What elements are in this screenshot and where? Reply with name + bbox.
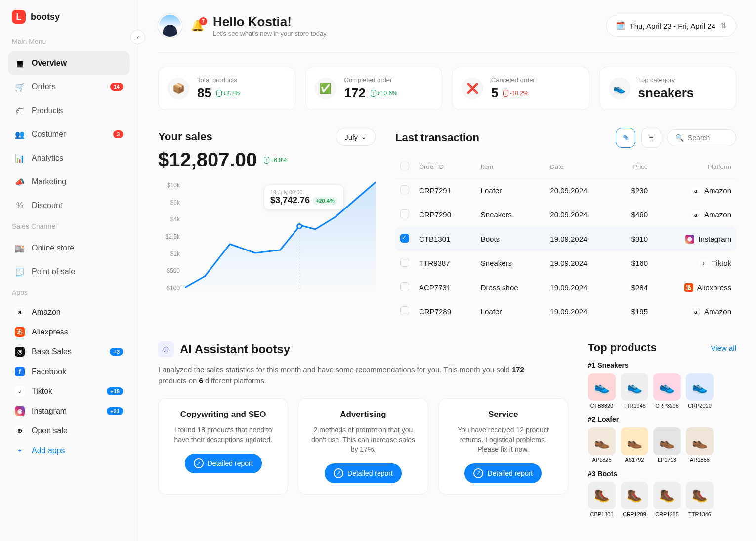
stats-row: 📦Total products85↑+2.2%✅Completed order1… xyxy=(158,67,736,110)
sidebar-item-label: Orders xyxy=(32,83,56,91)
notifications-button[interactable]: 🔔 7 xyxy=(191,19,204,32)
add-apps-button[interactable]: + Add apps xyxy=(8,441,130,460)
rec-body: I found 18 products that need to have th… xyxy=(169,425,277,445)
sidebar-item-orders[interactable]: 🛒Orders14 xyxy=(8,75,130,99)
product-sku: CBP1301 xyxy=(588,511,616,517)
product-item[interactable]: 👞LP1713 xyxy=(653,427,681,463)
stat-icon: ❌ xyxy=(462,78,483,99)
search-box[interactable]: 🔍 xyxy=(667,129,736,146)
product-item[interactable]: 👟CTB3320 xyxy=(588,373,616,409)
product-item[interactable]: 👟CRP3208 xyxy=(653,373,681,409)
table-row[interactable]: ACP7731 Dress shoe 19.09.2024 $284 迅Alie… xyxy=(395,275,736,299)
sidebar-item-discount[interactable]: %Discount xyxy=(8,194,130,217)
cell-platform: ♪Tiktok xyxy=(658,259,731,268)
product-item[interactable]: 👞AR1858 xyxy=(686,427,714,463)
detailed-report-button[interactable]: ↗Detailed report xyxy=(185,454,262,473)
sidebar-app-facebook[interactable]: fFacebook xyxy=(8,362,130,381)
sidebar-item-overview[interactable]: ▦Overview xyxy=(8,51,130,75)
product-item[interactable]: 👟CRP2010 xyxy=(686,373,714,409)
row-checkbox[interactable] xyxy=(400,258,409,267)
chevron-down-icon: ⌄ xyxy=(361,132,367,141)
product-item[interactable]: 👞AP1825 xyxy=(588,427,616,463)
sales-chart[interactable]: $10k$6k$4k$2.5k$1k$500$100 19 July 00:00… xyxy=(158,180,376,293)
product-thumb: 👟 xyxy=(621,373,648,401)
grid-icon: ▦ xyxy=(15,58,25,68)
view-all-link[interactable]: View all xyxy=(711,344,736,352)
product-thumb: 🥾 xyxy=(621,482,648,509)
product-item[interactable]: 🥾TTR1346 xyxy=(686,482,714,517)
row-checkbox[interactable] xyxy=(400,185,409,194)
search-input[interactable] xyxy=(688,134,727,142)
sidebar-item-label: Tiktok xyxy=(32,387,52,396)
row-checkbox[interactable] xyxy=(400,234,409,243)
product-sku: AR1858 xyxy=(686,457,714,463)
table-row[interactable]: CRP7289 Loafer 19.09.2024 $195 aAmazon xyxy=(395,299,736,324)
section-apps: Apps xyxy=(12,289,130,296)
brand-logo[interactable]: L bootsy xyxy=(8,10,130,24)
product-item[interactable]: 👞AS1792 xyxy=(621,427,648,463)
stat-delta: ↓-10.2% xyxy=(502,90,529,97)
product-item[interactable]: 🥾CRP1289 xyxy=(621,482,648,517)
sidebar-item-analytics[interactable]: 📊Analytics xyxy=(8,146,130,170)
filter-button[interactable]: ≡ xyxy=(641,128,661,148)
select-all-checkbox[interactable] xyxy=(400,162,409,170)
sidebar-item-label: Amazon xyxy=(32,308,61,317)
product-sku: CRP3208 xyxy=(653,403,681,409)
table-row[interactable]: TTR9387 Sneakers 19.09.2024 $160 ♪Tiktok xyxy=(395,251,736,275)
rec-body: You have received 12 product returns. Lo… xyxy=(450,425,557,455)
stat-label: Completed order xyxy=(344,76,398,83)
column-header: Price xyxy=(614,156,653,178)
sidebar-collapse-button[interactable]: ‹ xyxy=(130,30,145,44)
table-row[interactable]: CRP7290 Sneakers 20.09.2024 $460 aAmazon xyxy=(395,203,736,227)
product-sku: LP1713 xyxy=(653,457,681,463)
cell-item: Loafer xyxy=(476,299,546,324)
cell-date: 19.09.2024 xyxy=(545,299,614,324)
product-item[interactable]: 🥾CBP1301 xyxy=(588,482,616,517)
month-select[interactable]: July ⌄ xyxy=(336,128,376,146)
date-range-picker[interactable]: 🗓️ Thu, April 23 - Fri, April 24 ⇅ xyxy=(606,15,736,37)
product-thumb: 👟 xyxy=(588,373,616,401)
y-tick: $4k xyxy=(158,216,180,223)
sidebar-app-tiktok[interactable]: ♪Tiktok+18 xyxy=(8,381,130,401)
row-checkbox[interactable] xyxy=(400,306,409,315)
pos-icon: 🧾 xyxy=(15,267,25,277)
sidebar-item-costumer[interactable]: 👥Costumer3 xyxy=(8,123,130,146)
table-row[interactable]: CRP7291 Loafer 20.09.2024 $230 aAmazon xyxy=(395,178,736,203)
cell-item: Dress shoe xyxy=(476,275,546,299)
sidebar-channel-online-store[interactable]: 🏬Online store xyxy=(8,236,130,260)
sidebar-app-aliexpress[interactable]: 迅Aliexpress xyxy=(8,322,130,342)
sidebar-app-open-sale[interactable]: ⊕Open sale xyxy=(8,421,130,441)
sidebar-item-label: Point of sale xyxy=(32,267,75,276)
sidebar-app-instagram[interactable]: ◉Instagram+21 xyxy=(8,401,130,421)
sidebar-item-label: Base Sales xyxy=(32,347,72,356)
chart-y-axis: $10k$6k$4k$2.5k$1k$500$100 xyxy=(158,180,183,293)
sidebar-app-base-sales[interactable]: ◎Base Sales+3 xyxy=(8,342,130,362)
product-item[interactable]: 🥾CRP1285 xyxy=(653,482,681,517)
product-thumb: 🥾 xyxy=(653,482,681,509)
product-sku: AP1825 xyxy=(588,457,616,463)
detailed-report-button[interactable]: ↗Detailed report xyxy=(464,463,542,483)
cell-order-id: TTR9387 xyxy=(414,251,476,275)
row-checkbox[interactable] xyxy=(400,209,409,218)
table-row[interactable]: CTB1301 Boots 19.09.2024 $310 ◉Instagram xyxy=(395,227,736,251)
ai-icon: ☺ xyxy=(158,341,174,357)
sidebar-channel-point-of-sale[interactable]: 🧾Point of sale xyxy=(8,260,130,284)
platform-icon: 迅 xyxy=(684,283,693,292)
percent-icon: % xyxy=(15,201,25,210)
sidebar-item-marketing[interactable]: 📣Marketing xyxy=(8,170,130,194)
detailed-report-button[interactable]: ↗Detailed report xyxy=(325,463,402,483)
column-header: Order ID xyxy=(414,156,476,178)
edit-button[interactable]: ✎ xyxy=(616,128,635,148)
product-thumb: 🥾 xyxy=(686,482,714,509)
app-icon: ◉ xyxy=(15,406,25,416)
ai-summary: I analyzed the sales statistics for this… xyxy=(158,364,553,386)
product-item[interactable]: 👟TTR1948 xyxy=(621,373,648,409)
sidebar-item-products[interactable]: 🏷Products xyxy=(8,99,130,123)
sidebar-app-amazon[interactable]: aAmazon xyxy=(8,302,130,322)
row-checkbox[interactable] xyxy=(400,282,409,291)
cell-order-id: ACP7731 xyxy=(414,275,476,299)
avatar[interactable] xyxy=(158,14,182,38)
sidebar-item-label: Costumer xyxy=(32,130,66,139)
sidebar-item-label: Analytics xyxy=(32,154,63,163)
cell-platform: aAmazon xyxy=(658,307,731,316)
